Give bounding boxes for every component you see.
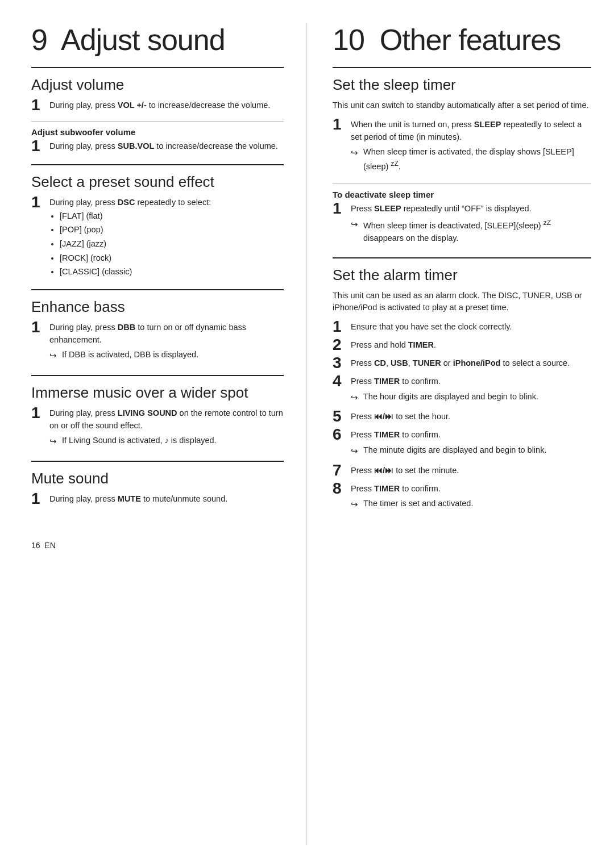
- step-deactivate-sleep-1: 1 Press SLEEP repeatedly until “OFF” is …: [333, 203, 591, 247]
- section-title-alarm-timer: Set the alarm timer: [333, 266, 591, 284]
- note-block: ↪ If DBB is activated, DBB is displayed.: [49, 349, 284, 362]
- note-block: ↪ The hour digits are displayed and begi…: [351, 391, 591, 404]
- note-arrow-icon: ↪: [351, 444, 363, 458]
- step-num: 1: [31, 319, 49, 335]
- step-num: 2: [333, 337, 351, 353]
- step-content: Ensure that you have set the clock corre…: [351, 321, 591, 333]
- divider-mute: [31, 461, 284, 462]
- step-content: Press and hold TIMER.: [351, 339, 591, 352]
- step-content: Press ⏮/⏭ to set the hour.: [351, 411, 591, 423]
- note-text: When sleep timer is activated, the displ…: [363, 146, 591, 173]
- step-content: Press TIMER to confirm. ↪ The minute dig…: [351, 429, 591, 460]
- step-enhance-bass-1: 1 During play, press DBB to turn on or o…: [31, 322, 284, 365]
- note-block: ↪ The timer is set and activated.: [351, 498, 591, 511]
- step-content: During play, press SUB.VOL to increase/d…: [49, 140, 284, 153]
- step-content: Press ⏮/⏭ to set the minute.: [351, 465, 591, 477]
- right-chapter-number: 10: [333, 23, 364, 56]
- note-arrow-icon: ↪: [49, 349, 62, 362]
- step-alarm-2: 2 Press and hold TIMER.: [333, 339, 591, 353]
- divider-alarm-timer: [333, 257, 591, 258]
- step-content: During play, press DSC repeatedly to sel…: [49, 197, 284, 279]
- list-item: [POP] (pop): [60, 223, 284, 237]
- section-title-adjust-volume: Adjust volume: [31, 76, 284, 94]
- step-num: 1: [333, 116, 351, 132]
- right-chapter-name: Other features: [380, 23, 561, 56]
- step-alarm-7: 7 Press ⏮/⏭ to set the minute.: [333, 465, 591, 478]
- divider-sleep-timer: [333, 67, 591, 68]
- step-num: 1: [31, 138, 49, 154]
- section-title-mute: Mute sound: [31, 470, 284, 487]
- list-item: [ROCK] (rock): [60, 251, 284, 265]
- step-num: 8: [333, 481, 351, 496]
- step-immerse-1: 1 During play, press LIVING SOUND on the…: [31, 407, 284, 450]
- note-arrow-icon: ↪: [351, 498, 363, 511]
- step-select-preset-1: 1 During play, press DSC repeatedly to s…: [31, 197, 284, 279]
- step-content: Press TIMER to confirm. ↪ The timer is s…: [351, 483, 591, 514]
- section-title-sleep-timer: Set the sleep timer: [333, 76, 591, 94]
- page: 9 Adjust sound Adjust volume 1 During pl…: [0, 0, 614, 868]
- step-num: 7: [333, 462, 351, 478]
- note-arrow-icon: ↪: [351, 391, 363, 404]
- step-num: 1: [31, 405, 49, 421]
- step-content: During play, press DBB to turn on or off…: [49, 322, 284, 365]
- step-num: 1: [333, 201, 351, 216]
- sleep-timer-intro: This unit can switch to standby automati…: [333, 99, 591, 112]
- note-text: The timer is set and activated.: [363, 498, 591, 510]
- note-block: ↪ When sleep timer is deactivated, [SLEE…: [351, 218, 591, 244]
- note-arrow-icon: ↪: [49, 435, 62, 448]
- step-content: When the unit is turned on, press SLEEP …: [351, 119, 591, 176]
- step-subwoofer-1: 1 During play, press SUB.VOL to increase…: [31, 140, 284, 154]
- page-number: 16: [31, 541, 40, 550]
- step-num: 1: [31, 97, 49, 113]
- step-alarm-3: 3 Press CD, USB, TUNER or iPhone/iPod to…: [333, 357, 591, 371]
- note-block: ↪ If Living Sound is activated, ♪ is dis…: [49, 435, 284, 448]
- step-num: 1: [31, 491, 49, 507]
- step-alarm-6: 6 Press TIMER to confirm. ↪ The minute d…: [333, 429, 591, 460]
- step-num: 1: [31, 194, 49, 210]
- step-content: Press TIMER to confirm. ↪ The hour digit…: [351, 375, 591, 406]
- list-item: [JAZZ] (jazz): [60, 237, 284, 251]
- step-alarm-5: 5 Press ⏮/⏭ to set the hour.: [333, 411, 591, 424]
- left-column: 9 Adjust sound Adjust volume 1 During pl…: [0, 23, 307, 845]
- step-content: During play, press LIVING SOUND on the r…: [49, 407, 284, 450]
- note-arrow-icon: ↪: [351, 218, 363, 231]
- left-chapter-number: 9: [31, 23, 47, 56]
- right-chapter-title: 10 Other features: [333, 23, 591, 57]
- step-mute-1: 1 During play, press MUTE to mute/unmute…: [31, 493, 284, 507]
- step-sleep-1: 1 When the unit is turned on, press SLEE…: [333, 119, 591, 176]
- note-text: When sleep timer is deactivated, [SLEEP]…: [363, 218, 591, 244]
- divider-immerse: [31, 375, 284, 376]
- list-item: [CLASSIC] (classic): [60, 265, 284, 279]
- subsection-title-subwoofer: Adjust subwoofer volume: [31, 127, 284, 137]
- step-content: During play, press MUTE to mute/unmute s…: [49, 493, 284, 506]
- divider-adjust-volume: [31, 67, 284, 68]
- page-lang: EN: [44, 541, 55, 550]
- step-num: 6: [333, 427, 351, 443]
- step-alarm-8: 8 Press TIMER to confirm. ↪ The timer is…: [333, 483, 591, 514]
- note-text: If Living Sound is activated, ♪ is displ…: [62, 435, 284, 447]
- note-arrow-icon: ↪: [351, 146, 363, 160]
- list-item: [FLAT] (flat): [60, 209, 284, 223]
- note-text: The minute digits are displayed and begi…: [363, 444, 591, 457]
- left-chapter-name: Adjust sound: [61, 23, 225, 56]
- section-title-enhance-bass: Enhance bass: [31, 298, 284, 316]
- step-content: Press CD, USB, TUNER or iPhone/iPod to s…: [351, 357, 591, 370]
- divider-enhance-bass: [31, 289, 284, 290]
- step-content: Press SLEEP repeatedly until “OFF” is di…: [351, 203, 591, 247]
- step-alarm-1: 1 Ensure that you have set the clock cor…: [333, 321, 591, 335]
- step-content: During play, press VOL +/- to increase/d…: [49, 99, 284, 112]
- note-text: If DBB is activated, DBB is displayed.: [62, 349, 284, 361]
- section-title-select-preset: Select a preset sound effect: [31, 173, 284, 191]
- page-footer: 16 EN: [31, 541, 284, 550]
- note-text: The hour digits are displayed and begin …: [363, 391, 591, 403]
- divider-subwoofer: [31, 121, 284, 122]
- step-num: 1: [333, 319, 351, 335]
- divider-select-preset: [31, 164, 284, 165]
- note-block: ↪ When sleep timer is activated, the dis…: [351, 146, 591, 173]
- step-adjust-volume-1: 1 During play, press VOL +/- to increase…: [31, 99, 284, 113]
- right-column: 10 Other features Set the sleep timer Th…: [307, 23, 614, 845]
- note-block: ↪ The minute digits are displayed and be…: [351, 444, 591, 458]
- step-num: 5: [333, 408, 351, 424]
- section-title-immerse: Immerse music over a wider spot: [31, 384, 284, 402]
- alarm-timer-intro: This unit can be used as an alarm clock.…: [333, 290, 591, 315]
